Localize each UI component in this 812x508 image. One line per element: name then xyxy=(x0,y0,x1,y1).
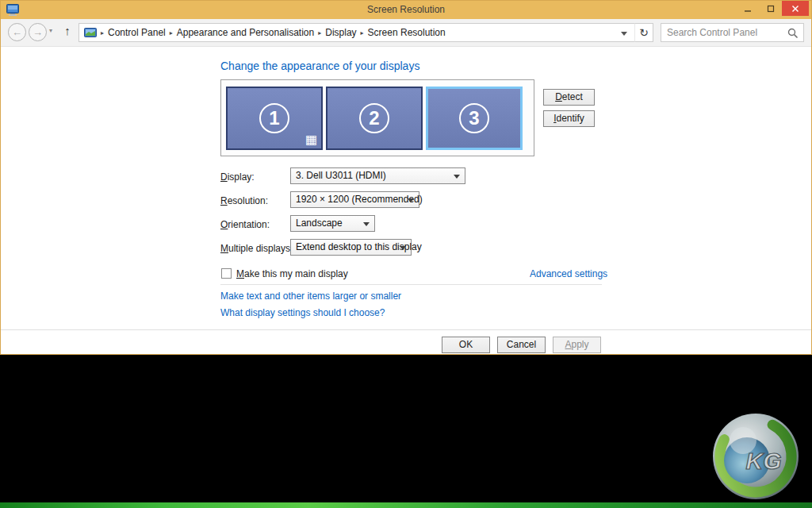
chevron-down-icon xyxy=(363,222,370,226)
chevron-down-icon xyxy=(454,175,460,179)
identify-button[interactable]: Identify xyxy=(543,110,595,127)
address-dropdown-icon[interactable] xyxy=(621,32,627,36)
orientation-select[interactable]: Landscape xyxy=(290,215,375,232)
search-box xyxy=(661,23,804,42)
close-button[interactable] xyxy=(782,1,809,16)
monitor-3-number: 3 xyxy=(459,103,489,133)
titlebar: Screen Resolution xyxy=(1,1,811,19)
up-button[interactable]: ↑ xyxy=(59,24,75,37)
section-divider xyxy=(220,284,602,285)
display-label: Display: xyxy=(220,171,255,183)
multiple-displays-label: Multiple displays: xyxy=(220,243,293,254)
minimize-icon xyxy=(744,5,752,13)
navigation-bar: ← → ▾ ↑ ▸ Control Panel ▸ Appearance and… xyxy=(1,19,811,47)
breadcrumb-display[interactable]: Display xyxy=(325,27,356,38)
breadcrumb-separator-icon: ▸ xyxy=(166,29,177,37)
breadcrumb-separator-icon: ▸ xyxy=(97,29,108,37)
resolution-select-value: 1920 × 1200 (Recommended) xyxy=(296,194,423,205)
display-select-value: 3. Dell U3011 (HDMI) xyxy=(296,170,386,181)
control-panel-icon xyxy=(84,28,97,38)
breadcrumb-separator-icon: ▸ xyxy=(357,29,368,37)
breadcrumb-control-panel[interactable]: Control Panel xyxy=(108,27,166,38)
resolution-label: Resolution: xyxy=(220,195,268,206)
main-display-checkbox[interactable] xyxy=(221,268,232,279)
chevron-down-icon xyxy=(408,198,414,202)
chevron-down-icon xyxy=(400,246,406,250)
monitor-preview-panel: 1 ▦ 2 3 xyxy=(220,79,534,156)
search-icon[interactable] xyxy=(787,28,799,39)
search-input[interactable] xyxy=(667,27,784,38)
display-select[interactable]: 3. Dell U3011 (HDMI) xyxy=(290,167,465,184)
forward-button[interactable]: → xyxy=(29,23,47,41)
screen-resolution-window: Screen Resolution ← → ▾ xyxy=(0,0,812,355)
bottom-green-strip xyxy=(0,502,812,508)
orientation-label: Orientation: xyxy=(220,219,270,230)
main-display-checkbox-label: Make this my main display xyxy=(236,268,348,279)
page-title: Change the appearance of your displays xyxy=(220,60,419,72)
start-tiles-icon: ▦ xyxy=(305,133,317,146)
back-button[interactable]: ← xyxy=(8,23,26,41)
refresh-button[interactable]: ↻ xyxy=(634,23,653,42)
breadcrumb-separator-icon: ▸ xyxy=(314,29,325,37)
maximize-button[interactable] xyxy=(759,1,782,16)
monitor-2-number: 2 xyxy=(359,103,389,133)
address-bar[interactable]: ▸ Control Panel ▸ Appearance and Persona… xyxy=(79,23,635,42)
maximize-icon xyxy=(767,5,775,13)
make-text-larger-link[interactable]: Make text and other items larger or smal… xyxy=(220,291,401,302)
monitor-3-selected[interactable]: 3 xyxy=(426,87,523,150)
minimize-button[interactable] xyxy=(736,1,759,16)
orientation-select-value: Landscape xyxy=(296,217,343,229)
window-controls xyxy=(736,1,809,16)
monitor-1[interactable]: 1 ▦ xyxy=(226,87,323,150)
apply-button-disabled: Apply xyxy=(553,337,601,353)
advanced-settings-link[interactable]: Advanced settings xyxy=(530,268,607,279)
monitor-1-number: 1 xyxy=(259,103,289,133)
history-dropdown-icon[interactable]: ▾ xyxy=(49,27,52,34)
ok-button[interactable]: OK xyxy=(442,337,490,353)
breadcrumb-screen-resolution[interactable]: Screen Resolution xyxy=(368,27,446,38)
footer-divider xyxy=(1,329,811,330)
display-settings-help-link[interactable]: What display settings should I choose? xyxy=(220,307,385,318)
detect-button[interactable]: Detect xyxy=(543,89,595,106)
cancel-button[interactable]: Cancel xyxy=(497,337,546,353)
window-title: Screen Resolution xyxy=(1,1,811,19)
multiple-displays-select[interactable]: Extend desktop to this display xyxy=(290,239,412,256)
breadcrumb-appearance[interactable]: Appearance and Personalisation xyxy=(177,27,314,38)
resolution-select[interactable]: 1920 × 1200 (Recommended) xyxy=(290,191,419,208)
kitguru-watermark-logo: KG xyxy=(711,412,800,501)
monitor-2[interactable]: 2 xyxy=(326,87,423,150)
close-icon xyxy=(791,5,799,13)
watermark-text: KG xyxy=(746,448,782,474)
screenshot-root: Screen Resolution ← → ▾ xyxy=(0,0,812,508)
